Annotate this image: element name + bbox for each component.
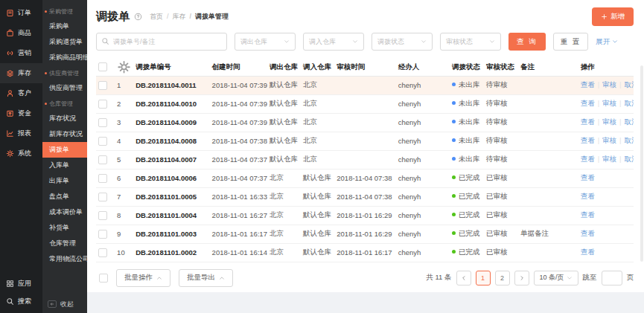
row-action-link[interactable]: 查看 [581,210,595,219]
row-checkbox[interactable] [98,81,107,90]
row-checkbox[interactable] [98,100,107,109]
row-action-link[interactable]: 取消 [625,80,634,88]
add-button[interactable]: 新增 [592,7,634,26]
row-action-link[interactable]: 查看 [581,248,595,256]
row-action-link[interactable]: 取消 [625,99,634,107]
menu-item[interactable]: 新库存状况 [42,126,87,142]
row-audit-status: 待审核 [484,150,518,169]
menu-item[interactable]: 成本调价单 [42,204,87,220]
menu-item[interactable]: 盘点单 [42,189,87,204]
status-dot-icon [452,194,456,198]
row-action-link[interactable]: 审核 [602,80,616,88]
filter-select[interactable]: 调出仓库 [235,33,296,51]
row-action-link[interactable]: 取消 [625,136,634,144]
pagination-page-2[interactable]: 2 [495,271,510,285]
search-nav[interactable]: 搜索 [0,292,42,310]
table-row: 3 DB.20181104.0009 2018-11-04 07:39 默认仓库… [96,113,634,132]
menu-item[interactable]: 仓库管理 [42,236,87,251]
row-handler: chenyh [396,169,450,187]
menu-item[interactable]: 补货单 [42,220,87,236]
row-checkbox[interactable] [98,155,107,164]
pagination-page-1[interactable]: 1 [476,271,491,285]
row-action-link[interactable]: 审核 [602,117,616,126]
select-all-checkbox[interactable] [98,62,107,71]
menu-item[interactable]: 供应商管理 [42,80,87,96]
row-checkbox[interactable] [98,174,107,183]
pagination-prev-button[interactable] [456,271,471,285]
pagination-next-button[interactable] [514,271,529,285]
search-input[interactable] [96,33,227,51]
status-dot-icon [452,213,456,216]
row-checkbox[interactable] [98,211,107,220]
row-action-link[interactable]: 审核 [602,99,616,107]
primary-nav-order[interactable]: 订单 [0,3,42,23]
apps-nav[interactable]: 应用 [0,274,42,292]
action-separator: | [598,99,599,107]
row-action-link[interactable]: 查看 [581,155,595,163]
filter-select[interactable]: 审核状态 [440,33,501,51]
query-button[interactable]: 查 询 [508,33,546,51]
column-header: 审核状态 [484,59,518,76]
breadcrumb-item[interactable]: 首页 [150,12,163,22]
row-action-link[interactable]: 查看 [581,136,595,144]
row-audit-status: 已审核 [484,169,518,187]
row-handler: chenyh [396,187,450,206]
row-index: 8 [115,206,133,225]
primary-nav-product[interactable]: 商品 [0,23,42,43]
row-actions: 查看|审核|取消 [578,76,634,94]
jump-page-input[interactable] [602,271,622,285]
menu-item[interactable]: 采购商品明细 [42,50,87,65]
help-icon[interactable] [134,13,142,21]
row-order-number: DB.20181104.0011 [136,81,196,89]
menu-item[interactable]: 常用物流公司 [42,251,87,267]
footer-select-all-checkbox[interactable] [99,274,108,283]
primary-sidebar-bottom: 应用 搜索 [0,274,42,313]
expand-link[interactable]: 展开 [596,37,618,47]
primary-nav-system[interactable]: 系统 [0,143,42,164]
primary-nav-fund[interactable]: 资金 [0,103,42,123]
sidebar-collapse-button[interactable]: 收起 [42,295,87,313]
menu-group-header: 供应商管理 [42,65,87,80]
row-action-link[interactable]: 审核 [602,155,616,163]
breadcrumb-item[interactable]: 库存 [167,12,186,22]
primary-nav-report[interactable]: 报表 [0,123,42,143]
row-checkbox[interactable] [98,137,107,146]
row-action-link[interactable]: 查看 [581,192,595,200]
column-settings-gear-icon[interactable] [117,59,131,76]
row-actions: 查看 [578,243,634,262]
row-action-link[interactable]: 查看 [581,80,595,88]
action-separator: | [598,117,599,126]
row-audit-time: 2018-11-01 16:29 [334,206,395,225]
row-checkbox[interactable] [98,248,107,257]
row-action-link[interactable]: 取消 [625,117,634,126]
row-checkbox[interactable] [98,193,107,201]
vertical-scrollbar[interactable] [640,65,643,262]
row-action-link[interactable]: 查看 [581,229,595,237]
row-action-link[interactable]: 查看 [581,99,595,107]
menu-group-header: 仓库管理 [42,96,87,111]
row-action-link[interactable]: 查看 [581,117,595,126]
row-audit-time: 2018-11-04 07:38 [334,187,395,206]
batch-export-button[interactable]: 批量导出 [179,269,233,287]
primary-nav-customer[interactable]: 客户 [0,83,42,103]
menu-item[interactable]: 采购单 [42,19,87,34]
filter-select[interactable]: 调入仓库 [303,33,364,51]
row-action-link[interactable]: 查看 [581,173,595,181]
row-checkbox[interactable] [98,118,107,127]
menu-item[interactable]: 采购退货单 [42,34,87,50]
row-handler: chenyh [396,113,450,132]
row-from-warehouse: 北京 [267,243,301,262]
menu-item[interactable]: 入库单 [42,158,87,173]
primary-nav-marketing[interactable]: 营销 [0,43,42,63]
primary-nav-inventory[interactable]: 库存 [0,63,42,83]
page-size-select[interactable]: 10 条/页 [534,271,578,285]
batch-operations-button[interactable]: 批量操作 [116,269,170,287]
row-action-link[interactable]: 取消 [625,155,634,163]
menu-item[interactable]: 库存状况 [42,111,87,126]
menu-item[interactable]: 出库单 [42,173,87,189]
reset-button[interactable]: 重 置 [553,33,589,51]
menu-item-active[interactable]: 调拨单 [42,142,87,158]
row-checkbox[interactable] [98,230,107,239]
filter-select[interactable]: 调拨状态 [372,33,433,51]
row-action-link[interactable]: 审核 [602,136,616,144]
